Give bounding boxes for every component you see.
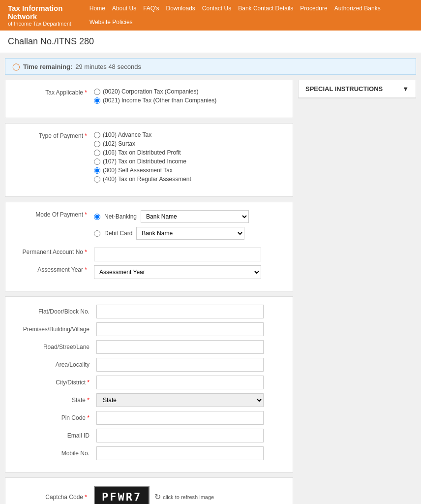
- mode-of-payment-label: Mode Of Payment *: [15, 210, 94, 218]
- state-label: State *: [15, 397, 96, 404]
- payment-option-107: (107) Tax on Distributed Income: [94, 158, 283, 165]
- net-banking-bank-select[interactable]: Bank Name: [141, 210, 249, 223]
- pan-label: Permanent Account No *: [15, 248, 94, 255]
- area-row: Area/Locality: [15, 358, 283, 372]
- nav-item-authorized-banks[interactable]: Authorized Banks: [334, 5, 381, 12]
- type-of-payment-controls: (100) Advance Tax (102) Surtax (106) Tax…: [94, 131, 283, 185]
- tax-option-0021: (0021) Income Tax (Other than Companies): [94, 97, 283, 104]
- refresh-label: click to refresh image: [163, 494, 214, 500]
- nav-item-about-us[interactable]: About Us: [112, 5, 136, 12]
- form-area: Tax Applicable * (0020) Corporation Tax …: [5, 80, 293, 504]
- mobile-row: Mobile No.: [15, 446, 283, 460]
- payment-radio-300[interactable]: [94, 167, 100, 174]
- required-star-captcha: *: [85, 494, 87, 501]
- mode-radio-debit-card[interactable]: [94, 230, 100, 237]
- logo: Tax Information Network of Income Tax De…: [8, 4, 90, 27]
- required-star-pin: *: [87, 414, 90, 421]
- captcha-section: Captcha Code * PFWR7 ↻ click to refresh …: [5, 477, 293, 504]
- nav-item-faq-s[interactable]: FAQ's: [143, 5, 159, 12]
- payment-option-106: (106) Tax on Distributed Profit: [94, 149, 283, 156]
- nav-item-procedure[interactable]: Procedure: [300, 5, 327, 12]
- area-input[interactable]: [96, 358, 264, 372]
- tax-applicable-controls: (0020) Corporation Tax (Companies) (0021…: [94, 88, 283, 106]
- required-star-state: *: [87, 397, 90, 404]
- flat-door-input[interactable]: [96, 305, 264, 318]
- premises-row: Premises/Building/Village: [15, 322, 283, 336]
- payment-radio-100[interactable]: [94, 132, 100, 138]
- tax-radio-0021[interactable]: [94, 97, 100, 104]
- nav-item-downloads[interactable]: Downloads: [166, 5, 195, 12]
- payment-102-label: (102) Surtax: [103, 140, 135, 147]
- tax-radio-0020[interactable]: [94, 89, 100, 95]
- premises-input[interactable]: [96, 322, 264, 336]
- tax-applicable-section: Tax Applicable * (0020) Corporation Tax …: [5, 80, 293, 118]
- timer-label: Time remaining:: [23, 63, 72, 70]
- payment-option-100: (100) Advance Tax: [94, 131, 283, 138]
- page-title: Challan No./ITNS 280: [8, 36, 413, 47]
- special-instructions-header[interactable]: SPECIAL INSTRUCTIONS ▼: [299, 80, 416, 98]
- payment-300-label: (300) Self Assessment Tax: [103, 167, 173, 174]
- tax-applicable-label: Tax Applicable *: [15, 88, 94, 96]
- nav-item-website-policies[interactable]: Website Policies: [90, 19, 133, 26]
- email-label: Email ID: [15, 432, 96, 439]
- flat-door-row: Flat/Door/Block No.: [15, 305, 283, 318]
- pan-input[interactable]: [94, 248, 261, 261]
- nav-item-bank-contact-details[interactable]: Bank Contact Details: [238, 5, 293, 12]
- nav-item-contact-us[interactable]: Contact Us: [202, 5, 231, 12]
- type-of-payment-row: Type of Payment * (100) Advance Tax (102…: [15, 131, 283, 185]
- sidebar: SPECIAL INSTRUCTIONS ▼: [298, 80, 416, 504]
- net-banking-label: Net-Banking: [104, 213, 137, 220]
- assessment-year-select[interactable]: Assessment Year: [94, 265, 261, 279]
- assessment-year-row: Assessment Year * Assessment Year: [15, 265, 283, 279]
- logo-main-text: Tax Information Network: [8, 4, 90, 21]
- nav-item-home[interactable]: Home: [90, 5, 105, 12]
- refresh-icon: ↻: [154, 492, 161, 502]
- special-instructions-panel: SPECIAL INSTRUCTIONS ▼: [298, 80, 416, 98]
- payment-radio-400[interactable]: [94, 176, 100, 183]
- payment-106-label: (106) Tax on Distributed Profit: [103, 149, 181, 156]
- logo-sub-text: of Income Tax Department: [8, 21, 90, 27]
- payment-radio-102[interactable]: [94, 141, 100, 147]
- pin-code-input[interactable]: [96, 411, 264, 425]
- required-star-5: *: [85, 266, 87, 273]
- captcha-image: PFWR7: [94, 486, 150, 504]
- type-of-payment-section: Type of Payment * (100) Advance Tax (102…: [5, 123, 293, 197]
- required-star: *: [85, 89, 87, 96]
- city-label: City/District *: [15, 379, 96, 386]
- debit-card-row: Debit Card Bank Name: [94, 227, 283, 240]
- required-star-2: *: [85, 132, 87, 139]
- city-input[interactable]: [96, 376, 264, 389]
- road-row: Road/Street/Lane: [15, 340, 283, 354]
- payment-option-400: (400) Tax on Regular Assessment: [94, 176, 283, 183]
- mobile-input[interactable]: [96, 446, 264, 460]
- premises-label: Premises/Building/Village: [15, 326, 96, 333]
- tax-option-0020: (0020) Corporation Tax (Companies): [94, 88, 283, 95]
- state-select[interactable]: State: [96, 393, 264, 407]
- debit-card-bank-select[interactable]: Bank Name: [136, 227, 244, 240]
- assessment-year-controls: Assessment Year: [94, 265, 283, 279]
- type-of-payment-label: Type of Payment *: [15, 131, 94, 139]
- tax-applicable-row: Tax Applicable * (0020) Corporation Tax …: [15, 88, 283, 106]
- payment-radio-106[interactable]: [94, 150, 100, 156]
- mode-of-payment-controls: Net-Banking Bank Name Debit Card Bank Na…: [94, 210, 283, 244]
- road-label: Road/Street/Lane: [15, 344, 96, 350]
- timer-value: 29 minutes 48 seconds: [75, 63, 141, 70]
- mobile-label: Mobile No.: [15, 450, 96, 457]
- city-row: City/District *: [15, 376, 283, 389]
- payment-option-300: (300) Self Assessment Tax: [94, 167, 283, 174]
- captcha-refresh-button[interactable]: ↻ click to refresh image: [154, 492, 214, 502]
- captcha-label: Captcha Code *: [15, 494, 94, 501]
- mode-radio-net-banking[interactable]: [94, 214, 100, 220]
- address-section: Flat/Door/Block No. Premises/Building/Vi…: [5, 296, 293, 472]
- timer-icon: ◯: [12, 63, 20, 70]
- main-layout: Tax Applicable * (0020) Corporation Tax …: [0, 75, 421, 504]
- payment-radio-107[interactable]: [94, 158, 100, 165]
- road-input[interactable]: [96, 340, 264, 354]
- area-label: Area/Locality: [15, 361, 96, 368]
- pan-row: Permanent Account No *: [15, 248, 283, 261]
- mode-pan-section: Mode Of Payment * Net-Banking Bank Name …: [5, 202, 293, 291]
- net-banking-row: Net-Banking Bank Name: [94, 210, 283, 223]
- state-row: State * State: [15, 393, 283, 407]
- email-row: Email ID: [15, 429, 283, 442]
- email-input[interactable]: [96, 429, 264, 442]
